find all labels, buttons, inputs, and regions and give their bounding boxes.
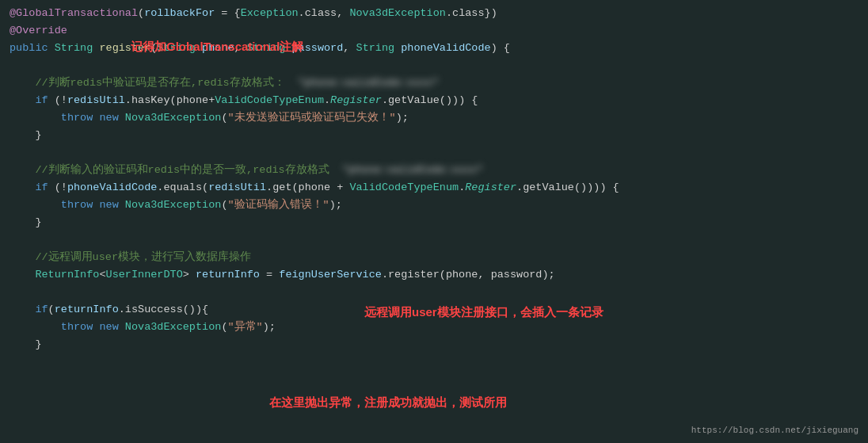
code-token xyxy=(10,179,35,197)
code-token xyxy=(10,301,35,319)
code-token: ( xyxy=(48,301,55,319)
blog-url: https://blog.csdn.net/jixieguang xyxy=(691,424,858,438)
code-token: phoneValidCode xyxy=(67,179,157,197)
code-token: String xyxy=(356,40,402,57)
code-token: feignUserService xyxy=(279,266,382,284)
code-line-8: } xyxy=(0,127,868,144)
code-token: (! xyxy=(48,92,67,109)
code-token xyxy=(119,319,125,336)
code-line-12: throw new Nova3dException("验证码输入错误！"); xyxy=(0,197,868,214)
code-token: if xyxy=(35,92,48,109)
code-token: new xyxy=(99,109,118,127)
code-token: ); xyxy=(396,109,409,127)
code-token: //判断redis中验证码是否存在,redis存放格式： xyxy=(35,74,284,92)
code-token: "验证码输入错误！" xyxy=(228,197,329,214)
code-token: "未发送验证码或验证码已失效！" xyxy=(228,109,396,127)
code-token: returnInfo xyxy=(196,266,260,284)
code-token: . xyxy=(459,179,465,197)
code-token: ValidCodeTypeEnum xyxy=(349,179,459,197)
code-token: @GlobalTransactional xyxy=(10,5,138,22)
code-token: @Override xyxy=(10,22,67,40)
code-token: ) { xyxy=(491,40,510,57)
code-line-20: } xyxy=(0,336,868,353)
code-token: .hasKey(phone+ xyxy=(125,92,215,109)
code-token: .getValue())) { xyxy=(382,92,478,109)
code-token: < xyxy=(99,266,105,284)
code-token: if xyxy=(35,301,48,319)
code-line-5: //判断redis中验证码是否存在,redis存放格式： "phone:vali… xyxy=(0,74,868,92)
code-token xyxy=(10,197,61,214)
code-token: //判断输入的验证码和redis中的是否一致,redis存放格式 xyxy=(35,162,329,179)
code-annotation: 远程调用user模块注册接口，会插入一条记录 xyxy=(364,303,603,322)
code-line-17 xyxy=(0,284,868,301)
code-token: rollbackFor xyxy=(144,5,215,22)
code-token xyxy=(10,319,61,336)
code-token: .class}) xyxy=(446,5,497,22)
code-token: //远程调用user模块，进行写入数据库操作 xyxy=(35,249,251,266)
code-token: ( xyxy=(138,5,144,22)
code-token: new xyxy=(99,319,118,336)
code-token: redisUtil xyxy=(67,92,125,109)
code-token: ReturnInfo xyxy=(35,266,99,284)
code-token xyxy=(10,249,35,266)
code-token: redisUtil xyxy=(208,179,266,197)
code-token: Register xyxy=(330,92,382,109)
code-token: > xyxy=(183,266,196,284)
code-token: if xyxy=(35,179,48,197)
code-line-13: } xyxy=(0,214,868,231)
code-token: ( xyxy=(221,319,227,336)
code-token: .getValue()))) { xyxy=(516,179,619,197)
code-token xyxy=(93,197,99,214)
code-token: .register(phone, password); xyxy=(382,266,555,284)
code-token xyxy=(10,266,35,284)
code-token: Nova3dException xyxy=(125,197,222,214)
code-token xyxy=(10,109,61,127)
code-token: = xyxy=(260,266,279,284)
code-token: .equals( xyxy=(157,179,208,197)
code-token: (! xyxy=(48,179,67,197)
code-token xyxy=(10,162,35,179)
code-token: Nova3dException xyxy=(349,5,446,22)
code-line-16: ReturnInfo<UserInnerDTO> returnInfo = fe… xyxy=(0,266,868,284)
code-token xyxy=(93,109,99,127)
code-token: returnInfo xyxy=(55,301,119,319)
code-line-1: @GlobalTransactional(rollbackFor = {Exce… xyxy=(0,5,868,22)
code-token: } xyxy=(10,336,42,353)
code-token: .get(phone + xyxy=(266,179,349,197)
code-token: . xyxy=(324,92,330,109)
code-token: .class, xyxy=(299,5,350,22)
code-token: UserInnerDTO xyxy=(106,266,183,284)
code-token: throw xyxy=(61,109,93,127)
code-line-9 xyxy=(0,144,868,162)
code-token: public xyxy=(10,40,55,57)
code-line-4 xyxy=(0,57,868,74)
code-token xyxy=(93,319,99,336)
code-token: , xyxy=(343,40,356,57)
code-token xyxy=(10,92,35,109)
code-token: "异常" xyxy=(228,319,263,336)
code-token: throw xyxy=(61,197,93,214)
code-token: ( xyxy=(221,197,227,214)
code-token: } xyxy=(10,127,42,144)
code-token: ( xyxy=(221,109,227,127)
blurred-text: "phone:validCode:xxxx" xyxy=(342,162,483,179)
code-token: } xyxy=(10,214,42,231)
code-token: phoneValidCode xyxy=(401,40,490,57)
code-token: .isSuccess()){ xyxy=(119,301,208,319)
code-token: Nova3dException xyxy=(125,319,222,336)
code-line-15: //远程调用user模块，进行写入数据库操作 xyxy=(0,249,868,266)
code-line-11: if (!phoneValidCode.equals(redisUtil.get… xyxy=(0,179,868,197)
code-line-10: //判断输入的验证码和redis中的是否一致,redis存放格式 "phone:… xyxy=(0,162,868,179)
code-token: new xyxy=(99,197,118,214)
code-token xyxy=(10,74,35,92)
code-token: ValidCodeTypeEnum xyxy=(215,92,324,109)
code-token: Exception xyxy=(241,5,299,22)
code-token xyxy=(329,162,342,179)
code-annotation: 在这里抛出异常，注册成功就抛出，测试所用 xyxy=(269,393,507,412)
code-annotation: 记得加GlobalTranscational注解 xyxy=(131,37,303,56)
code-token: ); xyxy=(263,319,276,336)
code-line-6: if (!redisUtil.hasKey(phone+ValidCodeTyp… xyxy=(0,92,868,109)
code-token: = { xyxy=(215,5,240,22)
code-token xyxy=(119,197,125,214)
code-line-7: throw new Nova3dException("未发送验证码或验证码已失效… xyxy=(0,109,868,127)
